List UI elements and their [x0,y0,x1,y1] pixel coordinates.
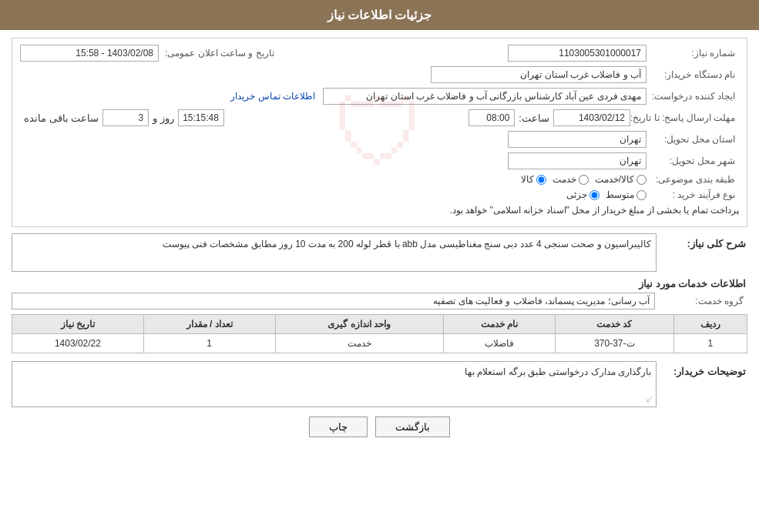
radio-khadamat-label: خدمت [552,174,576,185]
row-shahr: شهر محل تحویل: تهران [20,152,739,169]
row-ostan: استان محل تحویل: تهران [20,131,739,148]
farayand-radio-group: متوسط جزئی [566,189,646,200]
group-khadamat-label: گروه خدمت: [655,296,747,306]
tarikh-label: تاریخ و ساعت اعلان عمومی: [159,48,278,59]
table-row: 1ت-37-370فاضلابخدمت11403/02/22 [12,334,747,353]
radio-motavaset-input[interactable] [636,190,646,200]
row-tabaqe: طبقه بندی موضوعی: کالا/خدمت خدمت کالا [20,174,739,185]
main-form: 🛡 شماره نیاز: 1103005301000017 تاریخ و س… [12,38,747,227]
table-head: ردیف کد خدمت نام خدمت واحد اندازه گیری ت… [12,315,747,334]
table-cell-2: فاضلاب [444,334,556,353]
shomara-niaz-label: شماره نیاز: [646,48,739,59]
col-radif: ردیف [673,315,747,334]
row-nam-dastgah: نام دستگاه خریدار: آب و فاضلاب غرب استان… [20,66,739,83]
tozihat-value: بارگذاری مدارک درخواستی طبق برگه استعلام… [12,361,657,407]
col-tarikh: تاریخ نیاز [12,315,144,334]
row-noе-farayand: نوع فرآیند خرید : متوسط جزئی [20,189,739,200]
radio-kala: کالا [521,174,546,185]
ettelaat-link[interactable]: اطلاعات تماس خریدار [230,91,315,102]
col-tedad: تعداد / مقدار [143,315,275,334]
radio-jozei-label: جزئی [566,189,587,200]
group-khadamat-value: آب رسانی؛ مدیریت پسماند، فاضلاب و فعالیت… [12,293,655,309]
mohlat-date: 1403/02/12 [553,109,630,126]
col-nam: نام خدمت [444,315,556,334]
radio-khadamat-input[interactable] [579,175,589,185]
mohlat-saat-label: ساعت: [515,112,553,124]
page-wrapper: جزئیات اطلاعات نیاز 🛡 شماره نیاز: 110300… [0,0,759,532]
col-kod: کد خدمت [555,315,673,334]
row-group-khadamat: گروه خدمت: آب رسانی؛ مدیریت پسماند، فاضل… [12,293,747,309]
table-cell-1: ت-37-370 [555,334,673,353]
sharh-value: کالیبراسیون و صحت سنجی 4 عدد دبی سنج مغن… [12,233,657,272]
tozihat-area: بارگذاری مدارک درخواستی طبق برگه استعلام… [12,361,657,407]
sharh-label: شرح کلی نیاز: [663,238,747,249]
table-cell-4: 1 [143,334,275,353]
table-header-row: ردیف کد خدمت نام خدمت واحد اندازه گیری ت… [12,315,747,334]
radio-motavaset-label: متوسط [606,189,634,200]
nam-dastgah-value: آب و فاضلاب غرب استان تهران [431,66,646,83]
tabaqe-label: طبقه بندی موضوعی: [646,174,739,185]
content-area: 🛡 شماره نیاز: 1103005301000017 تاریخ و س… [0,30,759,457]
radio-kala-khadamat-input[interactable] [636,175,646,185]
mohlat-roz: 3 [102,109,149,126]
tozihat-section: توضیحات خریدار: بارگذاری مدارک درخواستی … [12,361,747,407]
radio-kala-khadamat-label: کالا/خدمت [595,174,634,185]
radio-jozei: جزئی [566,189,599,200]
services-table: ردیف کد خدمت نام خدمت واحد اندازه گیری ت… [12,314,747,353]
button-row: بازگشت چاپ [12,417,747,449]
noе-farayand-label: نوع فرآیند خرید : [646,189,739,200]
col-vahid: واحد اندازه گیری [275,315,444,334]
table-cell-3: خدمت [275,334,444,353]
radio-kala-label: کالا [521,174,534,185]
tozihat-label: توضیحات خریدار: [663,366,747,377]
shomara-niaz-value: 1103005301000017 [508,45,646,62]
radio-kala-input[interactable] [536,175,546,185]
ostan-label: استان محل تحویل: [646,134,739,145]
back-button[interactable]: بازگشت [375,417,450,437]
shahr-label: شهر محل تحویل: [646,156,739,166]
mohlat-saat: 08:00 [468,109,515,126]
khadamat-section-title: اطلاعات خدمات مورد نیاز [12,278,747,289]
row-shomara: شماره نیاز: 1103005301000017 تاریخ و ساع… [20,45,739,62]
page-header: جزئیات اطلاعات نیاز [0,0,759,30]
table-cell-5: 1403/02/22 [12,334,144,353]
sharh-section: شرح کلی نیاز: کالیبراسیون و صحت سنجی 4 ع… [12,233,747,272]
page-title: جزئیات اطلاعات نیاز [327,8,432,22]
row-note: پرداخت تمام یا بخشی از مبلغ خریدار از مح… [20,205,739,216]
mohlat-baqi-label: ساعت باقی مانده [20,112,102,124]
row-ijad: ایجاد کننده درخواست: مهدی فردی عین آباد … [20,88,739,105]
ostan-value: تهران [508,131,646,148]
radio-khadamat: خدمت [552,174,589,185]
table-cell-0: 1 [673,334,747,353]
row-mohlat: مهلت ارسال پاسخ: تا تاریخ: 1403/02/12 سا… [20,109,739,126]
print-button[interactable]: چاپ [309,417,368,437]
ijad-label: ایجاد کننده درخواست: [646,91,739,102]
radio-kala-khadamat: کالا/خدمت [595,174,646,185]
tarikh-value: 1403/02/08 - 15:58 [20,45,159,62]
radio-jozei-input[interactable] [589,190,599,200]
mohlat-roz-label: روز و [149,112,178,124]
radio-motavaset: متوسط [606,189,646,200]
note-text: پرداخت تمام یا بخشی از مبلغ خریدار از مح… [450,205,739,216]
tabaqe-radio-group: کالا/خدمت خدمت کالا [521,174,646,185]
ijad-value: مهدی فردی عین آباد کارشناس بازرگانی آب و… [323,88,646,105]
mohlat-label: مهلت ارسال پاسخ: تا تاریخ: [630,112,739,123]
shahr-value: تهران [508,152,646,169]
resize-handle-icon: ↙ [645,393,654,405]
mohlat-saat2: 15:15:48 [178,109,224,126]
nam-dastgah-label: نام دستگاه خریدار: [646,69,739,80]
table-body: 1ت-37-370فاضلابخدمت11403/02/22 [12,334,747,353]
